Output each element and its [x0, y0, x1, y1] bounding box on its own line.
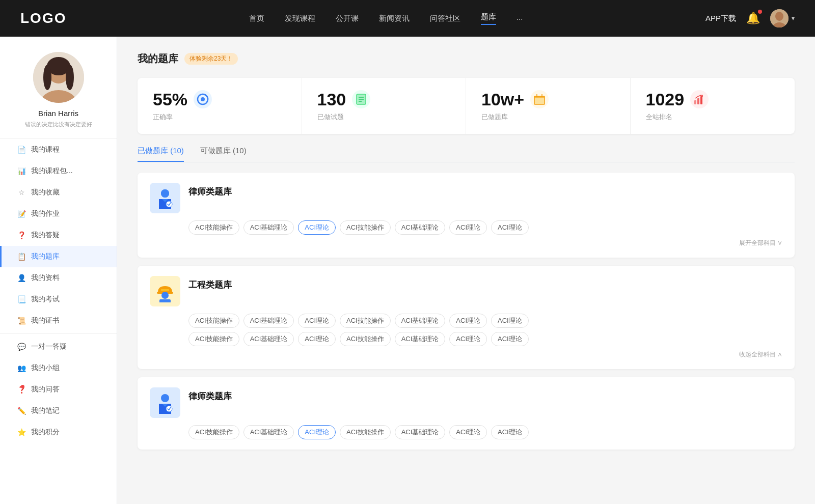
homework-icon: 📝: [17, 209, 26, 218]
sidebar-item-favorites[interactable]: ☆ 我的收藏: [0, 182, 117, 203]
tag-2-active[interactable]: ACI理论: [298, 220, 336, 235]
sidebar-item-one-on-one[interactable]: 💬 一对一答疑: [0, 336, 117, 357]
tag-5[interactable]: ACI理论: [449, 220, 487, 235]
l2-tag-3[interactable]: ACI技能操作: [340, 425, 391, 439]
sidebar-item-profile[interactable]: 👤 我的资料: [0, 267, 117, 289]
eng-tag-5[interactable]: ACI理论: [449, 314, 487, 328]
sidebar-item-certificate[interactable]: 📜 我的证书: [0, 310, 117, 331]
eng-tag-2[interactable]: ACI理论: [298, 314, 336, 328]
sidebar-item-favorites-label: 我的收藏: [31, 188, 60, 197]
eng2-tag-4[interactable]: ACI基础理论: [395, 332, 446, 346]
l2-tag-2-active[interactable]: ACI理论: [298, 425, 336, 439]
sidebar-item-points[interactable]: ⭐ 我的积分: [0, 422, 117, 443]
tag-1[interactable]: ACI基础理论: [243, 220, 294, 235]
sidebar-item-courses-label: 我的课程: [31, 145, 60, 154]
svg-rect-22: [697, 98, 699, 104]
certificate-icon: 📜: [17, 316, 26, 325]
sidebar-item-qa-label: 我的答疑: [31, 231, 60, 240]
eng-tag-6[interactable]: ACI理论: [491, 314, 529, 328]
eng2-tag-5[interactable]: ACI理论: [449, 332, 487, 346]
eng2-tag-0[interactable]: ACI技能操作: [188, 332, 239, 346]
user-avatar-menu[interactable]: ▾: [770, 9, 795, 27]
points-icon: ⭐: [17, 428, 26, 437]
l2-tag-6[interactable]: ACI理论: [491, 425, 529, 439]
notification-badge: [758, 10, 762, 14]
sidebar-item-qa[interactable]: ❓ 我的答疑: [0, 225, 117, 246]
qbank-tags-engineer-row2: ACI技能操作 ACI基础理论 ACI理论 ACI技能操作 ACI基础理论 AC…: [188, 332, 782, 346]
sidebar-item-qbank-label: 我的题库: [31, 252, 60, 261]
group-icon: 👥: [17, 363, 26, 373]
notes-icon: ✏️: [17, 406, 26, 415]
profile-name: Brian Harris: [38, 109, 78, 118]
sidebar-item-homework-label: 我的作业: [31, 209, 60, 218]
courses-icon: 📄: [17, 145, 26, 154]
stats-row: 55% 正确率 130: [138, 78, 795, 134]
eng-tag-4[interactable]: ACI基础理论: [395, 314, 446, 328]
l2-tag-1[interactable]: ACI基础理论: [243, 425, 294, 439]
one-on-one-icon: 💬: [17, 342, 26, 351]
notification-bell[interactable]: 🔔: [746, 12, 760, 25]
svg-point-8: [66, 65, 74, 90]
stat-done-questions-label: 已做试题: [317, 113, 451, 122]
app-download-link[interactable]: APP下载: [705, 14, 736, 23]
stat-accuracy-label: 正确率: [153, 113, 286, 122]
nav-qbank[interactable]: 题库: [481, 12, 496, 25]
svg-point-10: [201, 97, 205, 101]
qbank-icon-lawyer-2: [150, 387, 180, 418]
qbank-header-3: 律师类题库: [150, 387, 782, 418]
svg-point-32: [161, 292, 169, 299]
svg-point-29: [166, 201, 172, 207]
sidebar-item-homework[interactable]: 📝 我的作业: [0, 203, 117, 225]
tab-done[interactable]: 已做题库 (10): [138, 146, 184, 162]
page-title: 我的题库: [138, 52, 178, 66]
sidebar-item-course-packages[interactable]: 📊 我的课程包...: [0, 160, 117, 182]
nav-discover[interactable]: 发现课程: [285, 14, 315, 23]
stat-done-banks-label: 已做题库: [481, 113, 615, 122]
eng-tag-3[interactable]: ACI技能操作: [340, 314, 391, 328]
nav-more[interactable]: ···: [517, 14, 523, 23]
svg-rect-21: [694, 100, 696, 104]
stat-accuracy-value: 55%: [153, 91, 187, 108]
l2-tag-0[interactable]: ACI技能操作: [188, 425, 239, 439]
qbank-icon: 📋: [17, 252, 26, 261]
qbank-card-engineer: 工程类题库 ACI技能操作 ACI基础理论 ACI理论 ACI技能操作 ACI基…: [138, 266, 795, 369]
qbank-icon-lawyer-1: [150, 183, 180, 213]
expand-link-1[interactable]: 展开全部科目 ∨: [150, 239, 782, 247]
header: LOGO 首页 发现课程 公开课 新闻资讯 问答社区 题库 ··· APP下载 …: [0, 0, 815, 37]
qbank-tags-lawyer-2: ACI技能操作 ACI基础理论 ACI理论 ACI技能操作 ACI基础理论 AC…: [188, 425, 782, 439]
eng2-tag-2[interactable]: ACI理论: [298, 332, 336, 346]
sidebar-item-notes[interactable]: ✏️ 我的笔记: [0, 400, 117, 422]
svg-point-1: [775, 12, 783, 21]
nav-news[interactable]: 新闻资讯: [379, 14, 410, 23]
avatar: [770, 9, 789, 27]
sidebar-item-group[interactable]: 👥 我的小组: [0, 357, 117, 379]
page-title-row: 我的题库 体验剩余23天！: [138, 52, 795, 66]
svg-point-38: [166, 406, 172, 412]
sidebar-item-exam[interactable]: 📃 我的考试: [0, 289, 117, 310]
tag-3[interactable]: ACI技能操作: [340, 220, 391, 235]
l2-tag-4[interactable]: ACI基础理论: [395, 425, 446, 439]
sidebar-item-profile-label: 我的资料: [31, 273, 60, 283]
packages-icon: 📊: [17, 166, 26, 176]
nav-opencourse[interactable]: 公开课: [336, 14, 359, 23]
eng2-tag-1[interactable]: ACI基础理论: [243, 332, 294, 346]
collapse-link[interactable]: 收起全部科目 ∧: [150, 350, 782, 359]
tab-available[interactable]: 可做题库 (10): [200, 146, 247, 162]
l2-tag-5[interactable]: ACI理论: [449, 425, 487, 439]
nav-home[interactable]: 首页: [249, 14, 264, 23]
profile-icon: 👤: [17, 273, 26, 283]
sidebar-item-my-qa[interactable]: ❓ 我的问答: [0, 379, 117, 400]
sidebar-item-qbank[interactable]: 📋 我的题库: [0, 246, 117, 267]
nav-qa[interactable]: 问答社区: [430, 14, 460, 23]
eng-tag-0[interactable]: ACI技能操作: [188, 314, 239, 328]
tag-0[interactable]: ACI技能操作: [188, 220, 239, 235]
tag-6[interactable]: ACI理论: [491, 220, 529, 235]
eng2-tag-3[interactable]: ACI技能操作: [340, 332, 391, 346]
tag-4[interactable]: ACI基础理论: [395, 220, 446, 235]
eng-tag-1[interactable]: ACI基础理论: [243, 314, 294, 328]
stat-ranking-value: 1029: [646, 91, 685, 108]
stat-ranking-icon: [690, 90, 709, 108]
sidebar-item-courses[interactable]: 📄 我的课程: [0, 139, 117, 160]
exam-icon: 📃: [17, 295, 26, 304]
eng2-tag-6[interactable]: ACI理论: [491, 332, 529, 346]
